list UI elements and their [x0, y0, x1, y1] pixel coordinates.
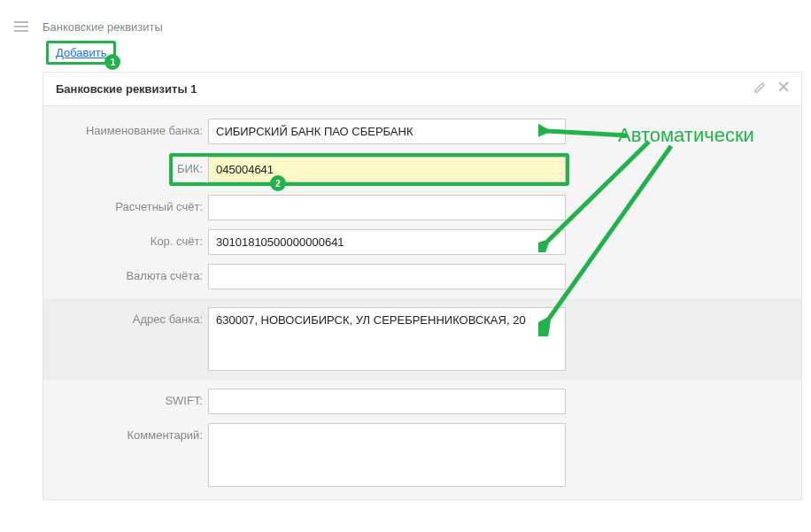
input-corr-account[interactable] — [208, 229, 566, 255]
input-address[interactable] — [208, 307, 566, 371]
label-comment: Комментарий: — [43, 423, 208, 442]
menu-icon[interactable] — [9, 18, 34, 35]
label-bank-name: Наименование банка: — [43, 119, 208, 137]
input-currency[interactable] — [208, 264, 566, 289]
input-comment[interactable] — [208, 423, 566, 487]
label-currency: Валюта счёта: — [43, 264, 208, 282]
input-bank-name[interactable] — [208, 119, 566, 144]
label-bik: БИК: — [173, 157, 208, 182]
annotation-badge-1: 1 — [104, 54, 120, 70]
close-icon[interactable] — [778, 81, 789, 96]
panel-title: Банковские реквизиты 1 — [56, 82, 197, 96]
label-corr-account: Кор. счёт: — [43, 229, 208, 248]
annotation-badge-2: 2 — [270, 175, 286, 191]
label-swift: SWIFT: — [43, 389, 208, 407]
label-address: Адрес банка: — [43, 307, 208, 326]
input-account[interactable] — [208, 195, 566, 220]
label-account: Расчетный счёт: — [43, 195, 208, 213]
input-bik[interactable] — [208, 157, 566, 182]
annotation-auto-label: Автоматически — [618, 124, 754, 147]
edit-icon[interactable] — [753, 81, 766, 96]
page-title: Банковские реквизиты — [42, 20, 163, 34]
input-swift[interactable] — [208, 389, 566, 414]
